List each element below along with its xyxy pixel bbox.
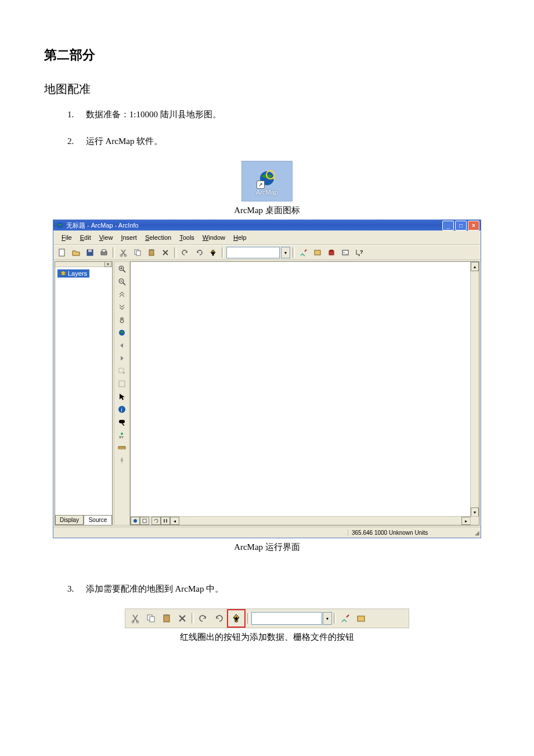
select-elements-icon[interactable] bbox=[116, 391, 128, 402]
maximize-button[interactable]: □ bbox=[455, 221, 467, 231]
cut-icon[interactable] bbox=[128, 611, 143, 626]
scroll-left-icon[interactable]: ◂ bbox=[170, 517, 179, 525]
find-icon[interactable] bbox=[116, 416, 128, 428]
svg-point-36 bbox=[121, 420, 125, 423]
arccatalog-icon[interactable] bbox=[311, 246, 324, 259]
whats-this-icon[interactable]: ? bbox=[353, 246, 366, 259]
delete-icon[interactable] bbox=[175, 611, 190, 626]
svg-line-24 bbox=[123, 270, 125, 272]
svg-rect-19 bbox=[330, 250, 333, 251]
copy-icon[interactable] bbox=[143, 611, 158, 626]
pause-drawing-icon[interactable] bbox=[161, 517, 170, 525]
zoom-out-icon[interactable] bbox=[116, 276, 128, 287]
svg-line-37 bbox=[122, 423, 124, 426]
close-button[interactable]: × bbox=[468, 221, 479, 231]
fixed-zoom-out-icon[interactable] bbox=[116, 301, 128, 313]
map-scale-input[interactable] bbox=[251, 612, 322, 625]
save-icon[interactable] bbox=[84, 246, 96, 259]
scale-dropdown-icon[interactable]: ▾ bbox=[281, 247, 290, 258]
layers-icon bbox=[60, 271, 67, 276]
toc-close-icon[interactable]: × bbox=[104, 261, 111, 267]
caption: 红线圈出的按钮为添加数据、栅格文件的按钮 bbox=[44, 632, 490, 643]
scroll-right-icon[interactable]: ▸ bbox=[461, 517, 471, 525]
separator bbox=[334, 613, 336, 624]
full-extent-icon[interactable] bbox=[116, 327, 128, 339]
svg-rect-53 bbox=[150, 617, 154, 622]
svg-rect-8 bbox=[102, 250, 106, 252]
scroll-down-icon[interactable]: ▾ bbox=[471, 507, 479, 517]
open-icon[interactable] bbox=[70, 246, 82, 259]
arctoolbox-icon[interactable] bbox=[325, 246, 338, 259]
copy-icon[interactable] bbox=[131, 246, 144, 259]
scrollbar-vertical[interactable]: ▴ ▾ bbox=[470, 262, 479, 517]
clear-selection-icon[interactable] bbox=[116, 378, 128, 390]
zoom-in-icon[interactable] bbox=[116, 263, 128, 275]
select-features-icon[interactable] bbox=[116, 365, 128, 377]
statusbar: 365.646 1000 Unknown Units ◢ bbox=[53, 527, 481, 538]
cut-icon[interactable] bbox=[117, 246, 130, 259]
menu-insert[interactable]: Insert bbox=[117, 233, 140, 242]
menu-window[interactable]: Window bbox=[199, 233, 229, 242]
resize-grip-icon[interactable]: ◢ bbox=[471, 530, 481, 536]
map-area: ▴ ▾ ◂ ▸ bbox=[130, 261, 479, 525]
pan-icon[interactable] bbox=[116, 314, 128, 326]
menu-view[interactable]: View bbox=[96, 233, 117, 242]
menu-help[interactable]: Help bbox=[230, 233, 250, 242]
tab-display[interactable]: Display bbox=[55, 515, 84, 525]
tab-source[interactable]: Source bbox=[84, 515, 112, 525]
minimize-button[interactable]: _ bbox=[442, 221, 454, 231]
arccatalog-icon[interactable] bbox=[353, 611, 369, 626]
status-coordinates: 365.646 1000 Unknown Units bbox=[348, 530, 471, 536]
redo-icon[interactable] bbox=[211, 611, 226, 626]
delete-icon[interactable] bbox=[159, 246, 172, 259]
menu-edit[interactable]: Edit bbox=[77, 233, 95, 242]
print-icon[interactable] bbox=[98, 246, 110, 259]
editor-toolbar-icon[interactable] bbox=[297, 246, 310, 259]
svg-line-28 bbox=[123, 283, 125, 285]
layers-tree[interactable]: Layers bbox=[55, 267, 112, 515]
data-view-icon[interactable] bbox=[131, 517, 140, 525]
titlebar: 无标题 - ArcMap - ArcInfo _ □ × bbox=[53, 220, 481, 231]
refresh-icon[interactable] bbox=[151, 517, 161, 525]
fixed-zoom-in-icon[interactable] bbox=[116, 289, 128, 300]
undo-icon[interactable] bbox=[179, 246, 192, 259]
editor-toolbar-icon[interactable] bbox=[338, 611, 353, 626]
redo-icon[interactable] bbox=[193, 246, 205, 259]
layout-view-icon[interactable] bbox=[140, 517, 149, 525]
new-doc-icon[interactable] bbox=[56, 246, 68, 259]
layers-root-node[interactable]: Layers bbox=[57, 269, 89, 278]
undo-icon[interactable] bbox=[196, 611, 211, 626]
scroll-up-icon[interactable]: ▴ bbox=[471, 262, 479, 271]
list-number: 2. bbox=[67, 134, 84, 148]
command-line-icon[interactable]: >_ bbox=[339, 246, 352, 259]
menu-selection[interactable]: Selection bbox=[142, 233, 175, 242]
prev-extent-icon[interactable] bbox=[116, 340, 128, 351]
add-data-button[interactable] bbox=[207, 246, 219, 259]
scale-dropdown-icon[interactable]: ▾ bbox=[323, 612, 332, 625]
menu-tools[interactable]: Tools bbox=[176, 233, 198, 242]
map-canvas[interactable]: ▴ ▾ ◂ ▸ bbox=[130, 261, 479, 525]
paste-icon[interactable] bbox=[159, 611, 174, 626]
paste-icon[interactable] bbox=[145, 246, 158, 259]
red-highlight-frame bbox=[227, 609, 246, 628]
svg-text:i: i bbox=[121, 406, 122, 413]
list-text: 运行 ArcMap 软件。 bbox=[86, 136, 163, 146]
list-number: 1. bbox=[67, 107, 84, 121]
menu-file[interactable]: File bbox=[58, 233, 75, 242]
list-item: 2. 运行 ArcMap 软件。 bbox=[67, 134, 490, 148]
identify-icon[interactable]: i bbox=[116, 404, 128, 415]
add-data-button[interactable] bbox=[229, 611, 244, 626]
next-extent-icon[interactable] bbox=[116, 352, 128, 364]
layers-root-label: Layers bbox=[68, 270, 87, 277]
measure-icon[interactable] bbox=[116, 442, 128, 453]
separator bbox=[247, 613, 250, 624]
shortcut-arrow-icon: ↗ bbox=[257, 181, 265, 189]
arcmap-desktop-shortcut[interactable]: ↗ ArcMap bbox=[241, 161, 293, 201]
separator bbox=[174, 247, 176, 258]
svg-rect-55 bbox=[165, 614, 168, 616]
go-to-xy-icon[interactable]: XY bbox=[116, 429, 128, 441]
list-text: 数据准备：1:10000 陆川县地形图。 bbox=[86, 110, 221, 119]
map-scale-input[interactable] bbox=[226, 247, 280, 258]
hyperlink-icon[interactable] bbox=[116, 455, 128, 466]
svg-rect-17 bbox=[315, 250, 320, 255]
